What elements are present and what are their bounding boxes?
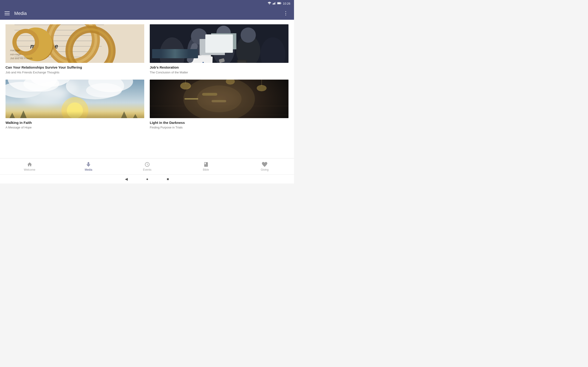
svg-point-29 [216,26,231,40]
media-card-2-subtitle: The Conclusion of the Matter [150,71,288,74]
media-card-3-subtitle: A Message of Hope [6,126,144,129]
app-title: Media [14,11,27,16]
giving-icon [262,162,267,167]
status-bar: 10:26 [0,0,294,7]
media-card-4-image [150,80,288,118]
svg-point-25 [212,31,235,63]
nav-item-giving[interactable]: Giving [255,160,274,173]
media-card-2-image [150,24,288,63]
svg-point-45 [86,83,122,97]
media-grid: ma'rriage Can Your Relationships Survive… [6,24,288,129]
android-nav-bar: ◀ ● ■ [0,174,294,184]
svg-point-53 [197,85,242,112]
app-bar-left: Media [4,10,27,16]
svg-rect-1 [273,3,273,4]
nav-label-giving: Giving [261,168,268,171]
nav-item-events[interactable]: Events [138,160,156,173]
wifi-icon [268,2,271,5]
svg-rect-4 [275,2,276,4]
nav-label-events: Events [143,168,152,171]
bible-icon [203,162,209,167]
svg-rect-7 [277,2,280,4]
app-bar: Media ⋮ [0,7,294,20]
battery-icon [277,2,281,5]
nav-item-bible[interactable]: Bible [197,160,215,173]
nav-item-media[interactable]: Media [79,160,98,173]
svg-point-59 [257,85,267,91]
media-card-1[interactable]: ma'rriage Can Your Relationships Survive… [6,24,144,74]
svg-rect-36 [238,60,246,63]
more-options-button[interactable]: ⋮ [281,9,290,17]
svg-point-30 [241,27,256,43]
home-icon [27,162,32,167]
svg-marker-48 [17,110,30,118]
svg-point-0 [269,4,270,5]
svg-marker-49 [117,111,131,118]
mic-icon [86,162,91,167]
media-card-2[interactable]: Job's Restoration The Conclusion of the … [150,24,288,74]
android-back-button[interactable]: ◀ [125,177,128,181]
clock-icon [145,162,150,167]
svg-rect-6 [281,2,281,3]
svg-rect-2 [274,3,274,4]
media-card-3[interactable]: Walking in Faith A Message of Hope [6,80,144,129]
nav-item-welcome[interactable]: Welcome [20,160,39,173]
hamburger-menu-button[interactable] [4,10,10,16]
svg-point-39 [67,102,83,118]
svg-marker-50 [129,114,142,118]
svg-point-55 [180,82,191,89]
nav-label-welcome: Welcome [24,168,35,171]
svg-marker-47 [6,113,19,118]
nav-label-bible: Bible [203,168,209,171]
status-time: 10:26 [283,2,290,5]
android-recent-button[interactable]: ■ [167,177,169,181]
status-icons: 10:26 [268,2,290,5]
media-card-3-image [6,80,144,118]
svg-rect-64 [206,164,206,165]
nav-label-media: Media [85,168,92,171]
media-card-2-title: Job's Restoration [150,65,288,70]
media-card-1-subtitle: Job and His Friends Exchange Thoughts [6,71,144,74]
bottom-navigation: Welcome Media Events Bible Giving [0,158,294,174]
media-card-1-title: Can Your Relationships Survive Your Suff… [6,65,144,70]
media-card-3-title: Walking in Faith [6,120,144,125]
android-home-button[interactable]: ● [146,177,148,181]
svg-point-28 [191,28,207,44]
signal-icon [273,2,276,5]
media-card-4-title: Light in the Darkness [150,120,288,125]
media-card-1-image: ma'rriage [6,24,144,63]
main-content: ma'rriage Can Your Relationships Survive… [0,20,294,158]
svg-rect-3 [274,2,275,4]
media-card-4-subtitle: Finding Purpose in Trials [150,126,288,129]
media-card-4[interactable]: Light in the Darkness Finding Purpose in… [150,80,288,129]
